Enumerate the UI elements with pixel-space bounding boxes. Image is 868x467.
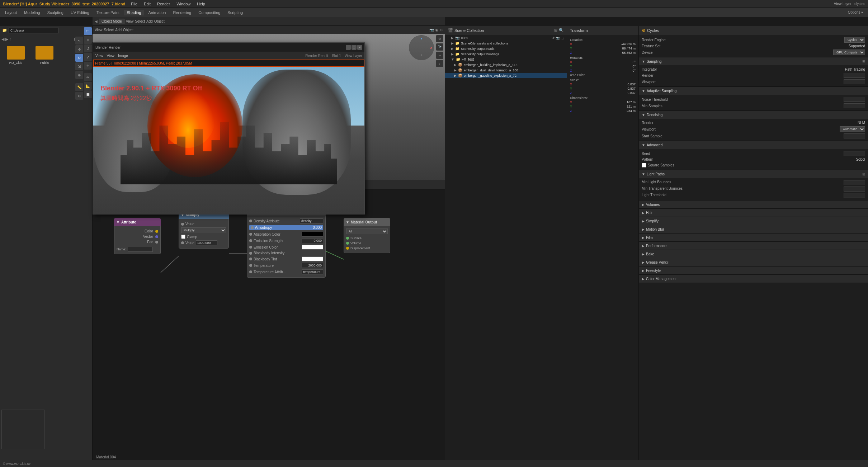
outliner-item-scenecity-roads[interactable]: ▶ 📁 SceneCity output roads — [445, 46, 567, 51]
menu-help[interactable]: Help — [194, 1, 208, 7]
render-engine-select[interactable]: Cycles — [844, 37, 865, 43]
multiply-clamp-checkbox[interactable] — [181, 235, 185, 239]
menu-window[interactable]: Window — [174, 1, 193, 7]
vp-tool-3[interactable]: ↔ — [436, 52, 443, 59]
tab-compositing[interactable]: Compositing — [195, 10, 223, 15]
tab-sculpting[interactable]: Sculpting — [44, 10, 66, 15]
nav-up[interactable]: ↑ — [9, 37, 11, 41]
outliner-item-dust-devil[interactable]: ▶ 📦 embergen_dust_devil_tornado_a_100 — [445, 67, 567, 73]
outliner-item-cam[interactable]: ▶ 📷 cam 👁 📷 ⬚ — [445, 35, 567, 41]
sampling-header[interactable]: ▼ Sampling ⊞ — [639, 57, 868, 65]
outliner-item-gasoline-explosion[interactable]: ▶ 📦 embergen_gasoline_explosion_a_72 — [445, 73, 567, 78]
add-menu[interactable]: Add — [146, 19, 153, 23]
menu-edit[interactable]: Edit — [141, 1, 154, 7]
folder-public[interactable]: Public — [32, 46, 57, 65]
denoising-header[interactable]: ▼ Denoising — [639, 111, 868, 119]
viewport-object-menu[interactable]: Object — [123, 28, 133, 32]
multiply-value-input[interactable] — [196, 240, 217, 245]
tab-shading[interactable]: Shading — [124, 10, 144, 15]
tool-rotate[interactable]: ↻ — [75, 54, 83, 62]
tool-move[interactable]: ⊕ — [84, 36, 92, 44]
simplify-header[interactable]: ▶ Simplify — [639, 217, 868, 225]
multiply-operation-select[interactable]: Multiply — [181, 227, 226, 233]
tool-crosshair[interactable]: ✛ — [75, 45, 83, 53]
viewport-overlay-icon[interactable]: ⊙ — [440, 28, 443, 32]
object-mode-dropdown[interactable]: Object Mode — [99, 19, 124, 24]
tab-rendering[interactable]: Rendering — [170, 10, 194, 15]
tool-cursor[interactable]: ⊙ — [75, 92, 83, 100]
emission-color-swatch[interactable] — [302, 245, 323, 250]
density-attr-input[interactable] — [300, 218, 323, 223]
tool-scale-btn[interactable]: ⤢ — [84, 53, 92, 61]
render-menu-view1[interactable]: View — [95, 54, 103, 58]
file-path-input[interactable] — [9, 28, 59, 33]
film-header[interactable]: ▶ Film — [639, 234, 868, 241]
grease-pencil-header[interactable]: ▶ Grease Pencil — [639, 258, 868, 266]
render-close-btn[interactable]: ✕ — [357, 45, 362, 50]
device-select[interactable]: GPU Compute — [833, 49, 865, 55]
select-menu[interactable]: Select — [135, 19, 145, 23]
menu-file[interactable]: File — [128, 1, 140, 7]
color-management-header[interactable]: ▶ Color Management — [639, 275, 868, 283]
volumes-header[interactable]: ▶ Volumes — [639, 201, 868, 208]
bake-header[interactable]: ▶ Bake — [639, 250, 868, 258]
emission-strength-input[interactable] — [302, 238, 323, 243]
render-menu-image[interactable]: Image — [118, 54, 128, 58]
view-menu[interactable]: View — [126, 19, 134, 23]
tool-annotate[interactable]: ✏ — [84, 73, 92, 81]
header-icon-options[interactable]: Options ▾ — [845, 10, 866, 14]
tab-layout[interactable]: Layout — [2, 10, 20, 15]
adaptive-sampling-header[interactable]: ▼ Adaptive Sampling — [639, 87, 868, 95]
tool-select-box[interactable]: ⬚ — [84, 27, 92, 35]
object-menu[interactable]: Object — [154, 19, 165, 23]
light-paths-header[interactable]: ▼ Light Paths ⊞ — [639, 170, 868, 178]
viewport-add-menu[interactable]: Add — [115, 28, 122, 32]
tool-arrow[interactable]: ↖ — [75, 37, 83, 44]
render-samples-input[interactable]: 128 — [844, 73, 865, 78]
light-paths-settings[interactable]: ⊞ — [862, 172, 865, 176]
hair-header[interactable]: ▶ Hair — [639, 209, 868, 217]
square-samples-checkbox[interactable] — [642, 163, 646, 168]
tool-rotate-btn[interactable]: ↺ — [84, 44, 92, 52]
temp-attr-input[interactable] — [302, 269, 323, 274]
mtb-input[interactable]: 0 — [844, 187, 865, 192]
tab-texture-paint[interactable]: Texture Paint — [94, 10, 122, 15]
temperature-input[interactable] — [302, 263, 323, 268]
outliner-item-scenecity-assets[interactable]: ▶ 📁 SceneCity assets and collections — [445, 41, 567, 46]
mlb-input[interactable]: 0 — [844, 180, 865, 185]
motion-blur-header[interactable]: ▶ Motion Blur — [639, 225, 868, 233]
absorption-color-swatch[interactable] — [302, 232, 323, 237]
outliner-filter[interactable]: ⊞ — [554, 28, 557, 33]
seed-input[interactable]: 0 — [844, 151, 865, 156]
start-sample-input[interactable]: 1 — [844, 133, 865, 138]
folder-hd-club[interactable]: HD_Club — [3, 46, 29, 65]
tool-measure[interactable]: 📏 — [75, 83, 83, 91]
tool-add-btn[interactable]: 🔲 — [84, 90, 92, 98]
outliner-item-scenecity-buildings[interactable]: ▶ 📁 SceneCity output buildings — [445, 51, 567, 57]
tool-scale[interactable]: ⇲ — [75, 62, 83, 70]
advanced-header[interactable]: ▼ Advanced — [639, 141, 868, 149]
tab-uv-editing[interactable]: UV Editing — [68, 10, 92, 15]
tab-scripting[interactable]: Scripting — [225, 10, 246, 15]
tab-modeling[interactable]: Modeling — [21, 10, 43, 15]
menu-render[interactable]: Render — [154, 1, 173, 7]
render-minimize-btn[interactable]: — — [346, 45, 351, 50]
nav-back[interactable]: ◀ — [1, 37, 4, 42]
blackbody-tint-swatch[interactable] — [302, 256, 323, 261]
tool-transform[interactable]: ⊕ — [75, 71, 83, 79]
viewport-view-menu[interactable]: View — [95, 28, 103, 32]
tab-animation[interactable]: Animation — [146, 10, 169, 15]
outliner-search[interactable]: 🔍 — [559, 28, 564, 33]
outliner-item-fx-test[interactable]: ▼ 📁 FX_test — [445, 57, 567, 62]
viewport-samples-input[interactable]: 32 — [844, 79, 865, 84]
navigation-gizmo[interactable]: Y X Z — [409, 35, 434, 60]
vp-tool-4[interactable]: ↕ — [436, 60, 443, 67]
vp-tool-1[interactable]: ⊙ — [436, 35, 443, 42]
viewport-select-menu[interactable]: Select — [104, 28, 114, 32]
mat-output-dropdown[interactable]: All — [346, 228, 388, 234]
vp-tool-2[interactable]: 🔭 — [436, 43, 443, 51]
tool-measure-btn[interactable]: 📐 — [84, 82, 92, 90]
performance-header[interactable]: ▶ Performance — [639, 242, 868, 250]
nav-forward[interactable]: ▶ — [5, 37, 8, 42]
tool-transform-btn[interactable]: ✛ — [84, 62, 92, 70]
